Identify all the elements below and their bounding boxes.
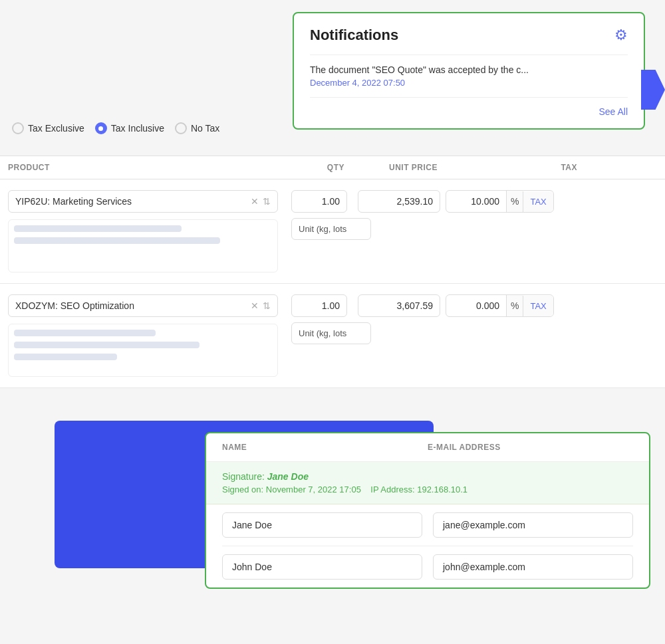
sig-signer-name: Jane Doe [267,471,309,482]
price-cell-1: 2,539.10 [352,190,446,213]
no-tax-radio[interactable] [175,122,187,134]
see-all-row: See All [310,97,628,118]
sig-signed-on: Signed on: November 7, 2022 17:05 [222,484,361,494]
qty-input-1[interactable]: 1.00 [291,190,347,213]
tax-input-group-1: 10.000 % TAX [446,190,554,213]
sig-signature-text: Signature: Jane Doe [222,471,633,482]
desc-line [14,225,182,232]
notification-item: The document "SEO Quote" was accepted by… [310,54,628,97]
product-icons-1: ✕ ⇅ [251,196,271,207]
unit-box-1[interactable]: Unit (kg, lots [291,218,371,240]
notifications-title: Notifications [310,27,398,44]
row-2-content: XDOZYM: SEO Optimization ✕ ⇅ 1.00 Unit (… [0,294,665,377]
th-product: PRODUCT [0,163,286,172]
product-name-1: YIP62U: Marketing Services [15,196,245,207]
tax-badge-2[interactable]: TAX [523,296,553,316]
gear-icon[interactable]: ⚙ [614,27,628,44]
product-name-2: XDOZYM: SEO Optimization [15,300,245,311]
sig-signature-label: Signature: [222,471,265,482]
products-table: PRODUCT QTY UNIT PRICE TAX YIP62U: Marke… [0,156,665,388]
sig-meta-line: Signed on: November 7, 2022 17:05 IP Add… [222,484,633,494]
sig-email-0: jane@example.com [433,512,633,538]
sig-row-0: Jane Doe jane@example.com [222,504,633,546]
no-tax-option[interactable]: No Tax [175,122,219,134]
tax-inclusive-label: Tax Inclusive [111,123,164,134]
no-tax-label: No Tax [191,123,219,134]
tax-percent-2: % [506,295,523,316]
sig-data-rows: Jane Doe jane@example.com John Doe john@… [206,504,649,588]
notification-date: December 4, 2022 07:50 [310,78,628,88]
chevron-updown-icon[interactable]: ⇅ [263,196,271,207]
row-1-content: YIP62U: Marketing Services ✕ ⇅ 1.00 Unit… [0,190,665,272]
tax-rate-2[interactable]: 0.000 [446,295,506,316]
desc-line [14,342,200,348]
sig-name-0: Jane Doe [222,512,422,538]
sig-email-1: john@example.com [433,554,633,580]
tax-exclusive-option[interactable]: Tax Exclusive [12,122,84,134]
tax-inclusive-option[interactable]: Tax Inclusive [95,122,164,134]
close-icon[interactable]: ✕ [251,300,259,311]
tax-exclusive-radio[interactable] [12,122,24,134]
table-row: XDOZYM: SEO Optimization ✕ ⇅ 1.00 Unit (… [0,284,665,388]
see-all-link[interactable]: See All [598,106,628,117]
tax-input-group-2: 0.000 % TAX [446,294,554,317]
sig-info-row: Signature: Jane Doe Signed on: November … [206,462,649,504]
table-row: YIP62U: Marketing Services ✕ ⇅ 1.00 Unit… [0,179,665,284]
qty-input-2[interactable]: 1.00 [291,294,347,317]
price-input-2[interactable]: 3,607.59 [358,294,440,317]
notification-text: The document "SEO Quote" was accepted by… [310,64,628,75]
product-name-box-1[interactable]: YIP62U: Marketing Services ✕ ⇅ [8,190,278,213]
tax-rate-1[interactable]: 10.000 [446,191,506,212]
tax-cell-1: 10.000 % TAX [446,190,585,213]
desc-line [14,237,220,244]
price-cell-2: 3,607.59 [352,294,446,317]
close-icon[interactable]: ✕ [251,196,259,207]
desc-line [14,330,156,336]
sig-th-name: NAME [222,443,428,452]
blue-arrow-indicator [641,70,665,110]
signature-panel: NAME E-MAIL ADDRESS Signature: Jane Doe … [205,432,650,589]
table-header: PRODUCT QTY UNIT PRICE TAX [0,156,665,179]
sig-row-1: John Doe john@example.com [222,546,633,588]
product-name-box-2[interactable]: XDOZYM: SEO Optimization ✕ ⇅ [8,294,278,317]
price-input-1[interactable]: 2,539.10 [358,190,440,213]
notifications-panel: Notifications ⚙ The document "SEO Quote"… [293,12,645,130]
product-cell-1: YIP62U: Marketing Services ✕ ⇅ [0,190,286,272]
sig-ip-address: IP Address: 192.168.10.1 [370,484,467,494]
qty-cell-1: 1.00 Unit (kg, lots [286,190,352,240]
tax-cell-2: 0.000 % TAX [446,294,585,317]
product-description-1 [8,219,278,272]
notifications-header: Notifications ⚙ [310,27,628,44]
chevron-updown-icon[interactable]: ⇅ [263,300,271,311]
sig-name-1: John Doe [222,554,422,580]
tax-inclusive-radio[interactable] [95,122,107,134]
tax-percent-1: % [506,191,523,212]
tax-exclusive-label: Tax Exclusive [28,123,84,134]
product-description-2 [8,324,278,377]
qty-cell-2: 1.00 Unit (kg, lots [286,294,352,344]
product-icons-2: ✕ ⇅ [251,300,271,311]
sig-table-header: NAME E-MAIL ADDRESS [206,433,649,462]
unit-box-2[interactable]: Unit (kg, lots [291,322,371,344]
sig-th-email: E-MAIL ADDRESS [428,443,633,452]
desc-line [14,354,117,360]
tax-badge-1[interactable]: TAX [523,191,553,212]
tax-options-row: Tax Exclusive Tax Inclusive No Tax [12,122,219,134]
th-tax: TAX [446,163,585,172]
th-qty: QTY [286,163,352,172]
product-cell-2: XDOZYM: SEO Optimization ✕ ⇅ [0,294,286,377]
th-unit-price: UNIT PRICE [352,163,446,172]
